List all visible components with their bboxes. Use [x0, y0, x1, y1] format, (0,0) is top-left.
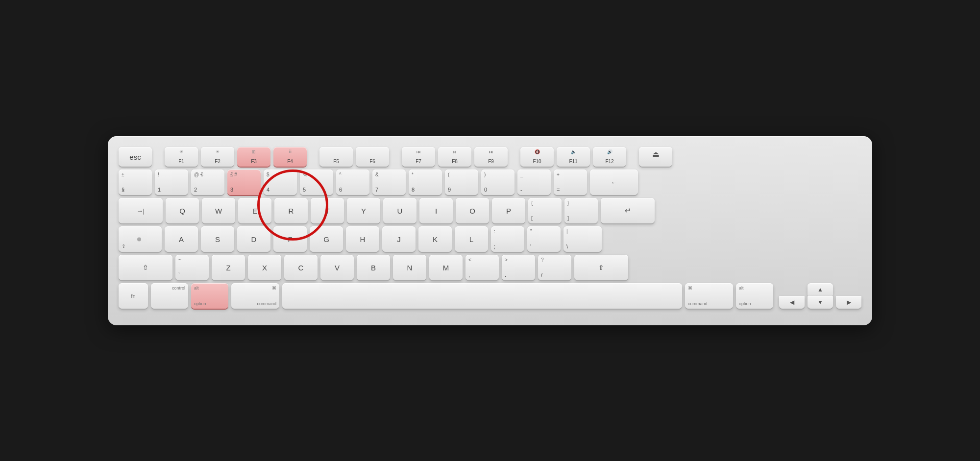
key-f2-label: F2 [215, 159, 220, 164]
key-f7-icon: ⏮ [416, 149, 421, 154]
key-b[interactable]: B [357, 255, 390, 280]
key-arrow-right[interactable]: ▶ [836, 296, 861, 309]
key-f4-icon: ⠿ [289, 149, 292, 154]
key-command-right[interactable]: ⌘ command [685, 283, 733, 309]
key-u[interactable]: U [383, 198, 416, 223]
key-f5-label: F5 [333, 159, 339, 164]
key-bracket-open[interactable]: { [ [528, 198, 562, 223]
key-option-left[interactable]: alt option [191, 283, 228, 309]
key-w[interactable]: W [202, 198, 235, 223]
key-comma[interactable]: < , [466, 255, 499, 280]
key-2[interactable]: @ € 2 [191, 170, 224, 195]
key-a[interactable]: A [165, 226, 198, 252]
key-f11-icon: 🔈 [571, 149, 576, 154]
key-period[interactable]: > . [502, 255, 535, 280]
key-f6[interactable]: F6 [356, 147, 389, 167]
key-backtick[interactable]: ~ ` [175, 255, 209, 280]
key-f7-label: F7 [416, 159, 421, 164]
key-fn[interactable]: fn [119, 283, 148, 309]
key-eject[interactable]: ⏏ [639, 147, 672, 167]
keyboard: esc ☀ F1 ☀ F2 ⊞ F3 ⠿ F4 F5 F6 ⏮ [108, 136, 872, 325]
key-f9-icon: ⏭ [489, 149, 493, 154]
number-row: ± § ! 1 @ € 2 £ # 3 $ 4 % 5 ^ 6 & 7 [119, 170, 861, 195]
key-command-left[interactable]: ⌘ command [231, 283, 279, 309]
key-delete[interactable]: ← [590, 170, 638, 195]
key-f8[interactable]: ⏯ F8 [438, 147, 471, 167]
key-backslash[interactable]: | \ [564, 226, 602, 252]
key-p[interactable]: P [492, 198, 525, 223]
key-section[interactable]: ± § [119, 170, 152, 195]
key-arrow-left[interactable]: ◀ [779, 296, 805, 309]
modifier-row: fn control alt option ⌘ command ⌘ comman… [119, 283, 861, 309]
key-f1[interactable]: ☀ F1 [165, 147, 198, 167]
key-capslock[interactable]: ⇪ [119, 226, 162, 252]
key-space[interactable] [282, 283, 682, 309]
key-option-right[interactable]: alt option [736, 283, 773, 309]
key-f10-label: F10 [533, 159, 541, 164]
key-slash[interactable]: ? / [538, 255, 571, 280]
key-i[interactable]: I [419, 198, 453, 223]
key-f10[interactable]: 🔇 F10 [520, 147, 554, 167]
key-shift-right[interactable]: ⇧ [574, 255, 628, 280]
key-8[interactable]: * 8 [409, 170, 442, 195]
key-1[interactable]: ! 1 [155, 170, 188, 195]
key-0[interactable]: ) 0 [481, 170, 514, 195]
key-arrow-down[interactable]: ▼ [808, 296, 833, 309]
key-minus[interactable]: _ - [517, 170, 551, 195]
key-f-alpha[interactable]: F [273, 226, 307, 252]
key-9[interactable]: ( 9 [445, 170, 478, 195]
key-f1-icon: ☀ [179, 149, 183, 154]
key-f2-icon: ☀ [216, 149, 220, 154]
key-quote[interactable]: " ' [527, 226, 561, 252]
key-7[interactable]: & 7 [372, 170, 406, 195]
key-v[interactable]: V [320, 255, 354, 280]
key-e[interactable]: E [238, 198, 271, 223]
key-f2[interactable]: ☀ F2 [201, 147, 234, 167]
key-bracket-close[interactable]: } ] [564, 198, 598, 223]
key-o[interactable]: O [456, 198, 489, 223]
key-f4-label: F4 [287, 159, 293, 164]
key-f1-label: F1 [178, 159, 184, 164]
key-j[interactable]: J [382, 226, 416, 252]
key-return[interactable]: ↵ [601, 198, 655, 223]
key-f5[interactable]: F5 [319, 147, 353, 167]
key-f3[interactable]: ⊞ F3 [237, 147, 270, 167]
key-f12-label: F12 [605, 159, 613, 164]
key-f4[interactable]: ⠿ F4 [273, 147, 307, 167]
key-equals[interactable]: + = [554, 170, 587, 195]
key-g[interactable]: G [310, 226, 343, 252]
key-y[interactable]: Y [347, 198, 380, 223]
key-esc[interactable]: esc [119, 147, 152, 167]
key-eject-icon: ⏏ [652, 149, 660, 159]
key-f7[interactable]: ⏮ F7 [402, 147, 435, 167]
key-k[interactable]: K [418, 226, 452, 252]
key-t[interactable]: T [311, 198, 344, 223]
key-tab[interactable]: →| [119, 198, 163, 223]
key-m[interactable]: M [429, 255, 463, 280]
key-control[interactable]: control [151, 283, 188, 309]
key-arrow-up[interactable]: ▲ [808, 283, 833, 296]
key-f12[interactable]: 🔊 F12 [593, 147, 626, 167]
key-r[interactable]: R [274, 198, 308, 223]
key-f12-icon: 🔊 [607, 149, 612, 154]
key-3[interactable]: £ # 3 [227, 170, 261, 195]
key-6[interactable]: ^ 6 [336, 170, 369, 195]
key-z[interactable]: Z [212, 255, 245, 280]
key-f11-label: F11 [569, 159, 577, 164]
key-f9[interactable]: ⏭ F9 [474, 147, 508, 167]
key-c[interactable]: C [284, 255, 318, 280]
key-x[interactable]: X [248, 255, 281, 280]
key-l[interactable]: L [455, 226, 488, 252]
key-shift-left[interactable]: ⇧ [119, 255, 172, 280]
key-s[interactable]: S [201, 226, 234, 252]
key-f11[interactable]: 🔈 F11 [557, 147, 590, 167]
qwerty-row: →| Q W E R T Y U I O P { [119, 198, 861, 223]
key-4[interactable]: $ 4 [264, 170, 297, 195]
key-q[interactable]: Q [166, 198, 199, 223]
key-semicolon[interactable]: : ; [491, 226, 524, 252]
asdf-row: ⇪ A S D F G H J K L : ; [119, 226, 861, 252]
key-h[interactable]: H [346, 226, 379, 252]
key-d[interactable]: D [237, 226, 270, 252]
key-5[interactable]: % 5 [300, 170, 333, 195]
key-n[interactable]: N [393, 255, 426, 280]
